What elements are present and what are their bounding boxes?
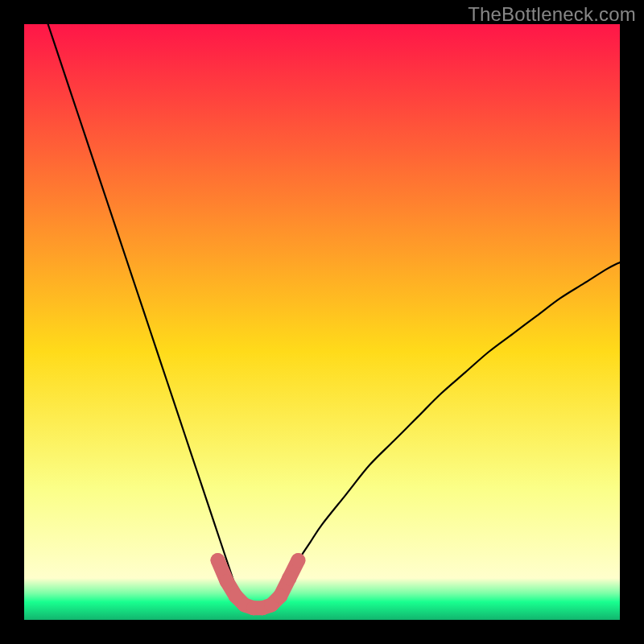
valley-marker xyxy=(291,553,305,568)
chart-svg xyxy=(24,24,620,620)
chart-frame: TheBottleneck.com xyxy=(0,0,644,644)
plot-area xyxy=(24,24,620,620)
valley-marker xyxy=(211,553,225,568)
valley-marker xyxy=(282,571,296,585)
valley-marker xyxy=(220,574,234,588)
gradient-background xyxy=(24,24,620,620)
watermark-text: TheBottleneck.com xyxy=(468,3,636,26)
valley-marker xyxy=(273,588,287,603)
